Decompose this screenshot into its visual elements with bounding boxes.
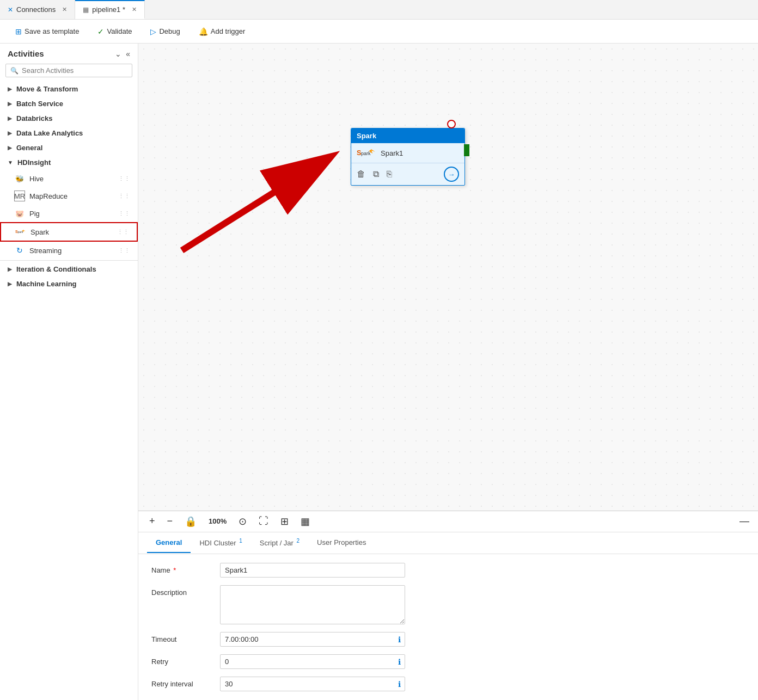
drag-handle[interactable]: ⋮⋮ bbox=[118, 175, 130, 182]
spark-node-title: Spark bbox=[357, 132, 376, 140]
drag-handle[interactable]: ⋮⋮ bbox=[118, 210, 130, 217]
activity-hive-label: Hive bbox=[29, 175, 44, 183]
arrow-icon: ▶ bbox=[8, 266, 12, 272]
hive-icon: 🐝 bbox=[14, 173, 25, 184]
bottom-panel: + − 🔒 100% ⊙ ⛶ ⊞ ▦ — General HDI Cluster… bbox=[138, 511, 758, 700]
minimize-icon[interactable]: « bbox=[126, 50, 130, 58]
category-label: General bbox=[16, 144, 42, 152]
sidebar-header: Activities ⌄ « bbox=[0, 44, 138, 62]
tab-pipeline1-close[interactable]: ✕ bbox=[132, 6, 137, 13]
debug-button[interactable]: ▷ Debug bbox=[146, 25, 184, 38]
node-delete-btn[interactable]: 🗑 bbox=[357, 169, 365, 179]
svg-text:S: S bbox=[15, 230, 18, 234]
timeout-info-icon[interactable]: ℹ bbox=[398, 635, 401, 644]
sidebar-icons: ⌄ « bbox=[115, 50, 130, 58]
collapse-icon[interactable]: ⌄ bbox=[115, 50, 121, 58]
node-clone-btn[interactable]: ⧉ bbox=[373, 169, 379, 179]
required-indicator: * bbox=[173, 566, 176, 574]
tab-user-properties[interactable]: User Properties bbox=[308, 533, 375, 553]
tab-pipeline1[interactable]: ▦ pipeline1 * ✕ bbox=[75, 0, 145, 19]
sidebar-item-databricks[interactable]: ▶ Databricks bbox=[0, 111, 138, 126]
sidebar-item-move-transform[interactable]: ▶ Move & Transform bbox=[0, 82, 138, 96]
activity-mapreduce[interactable]: MR MapReduce ⋮⋮ bbox=[0, 187, 138, 205]
zoom-100-btn[interactable]: 100% bbox=[206, 516, 229, 526]
category-label: Databricks bbox=[16, 114, 52, 122]
add-trigger-button[interactable]: 🔔 Add trigger bbox=[194, 25, 250, 38]
timeout-input-wrap: ℹ bbox=[220, 632, 405, 647]
activity-hive[interactable]: 🐝 Hive ⋮⋮ bbox=[0, 170, 138, 187]
connections-icon: ✕ bbox=[8, 6, 13, 14]
retry-interval-input[interactable] bbox=[220, 677, 405, 691]
category-label: Machine Learning bbox=[16, 280, 77, 288]
description-row: Description bbox=[151, 585, 745, 624]
tab-hdi-cluster[interactable]: HDI Cluster 1 bbox=[191, 532, 250, 554]
tab-pipeline1-label: pipeline1 * bbox=[92, 5, 125, 14]
tab-connections[interactable]: ✕ Connections ✕ bbox=[0, 0, 75, 19]
drag-handle[interactable]: ⋮⋮ bbox=[117, 229, 129, 236]
tab-script-jar[interactable]: Script / Jar 2 bbox=[251, 532, 308, 554]
sidebar-item-machine-learning[interactable]: ▶ Machine Learning bbox=[0, 277, 138, 291]
timeout-row: Timeout ℹ bbox=[151, 632, 745, 647]
timeout-label: Timeout bbox=[151, 632, 211, 643]
collapse-panel-btn[interactable]: — bbox=[739, 515, 749, 527]
lock-btn[interactable]: 🔒 bbox=[182, 514, 199, 529]
activity-pig[interactable]: 🐷 Pig ⋮⋮ bbox=[0, 205, 138, 222]
sidebar-item-data-lake-analytics[interactable]: ▶ Data Lake Analytics bbox=[0, 126, 138, 140]
activity-mapreduce-label: MapReduce bbox=[29, 192, 68, 200]
tab-general[interactable]: General bbox=[147, 533, 191, 553]
tab-connections-close[interactable]: ✕ bbox=[62, 6, 67, 13]
retry-row: Retry ℹ bbox=[151, 654, 745, 669]
spark-icon: S park bbox=[15, 226, 26, 237]
properties-tabs: General HDI Cluster 1 Script / Jar 2 Use… bbox=[138, 532, 758, 554]
zoom-in-btn[interactable]: + bbox=[147, 514, 157, 528]
spark-node-footer[interactable]: 🗑 ⧉ ⎘ → bbox=[351, 163, 464, 185]
arrow-icon: ▶ bbox=[8, 281, 12, 287]
svg-text:S: S bbox=[357, 149, 361, 157]
timeout-input[interactable] bbox=[220, 632, 405, 647]
retry-info-icon[interactable]: ℹ bbox=[398, 658, 401, 666]
activity-spark[interactable]: S park Spark ⋮⋮ bbox=[0, 222, 138, 242]
search-box[interactable]: 🔍 bbox=[5, 64, 132, 77]
node-copy-btn[interactable]: ⎘ bbox=[387, 169, 392, 179]
category-label: HDInsight bbox=[17, 158, 51, 167]
save-as-template-button[interactable]: ⊞ Save as template bbox=[11, 25, 83, 38]
name-label: Name * bbox=[151, 563, 211, 574]
validate-button[interactable]: ✓ Validate bbox=[93, 25, 136, 38]
arrow-icon: ▶ bbox=[8, 86, 12, 92]
arrow-icon: ▶ bbox=[8, 101, 12, 107]
sidebar-item-iteration-conditionals[interactable]: ▶ Iteration & Conditionals bbox=[0, 262, 138, 277]
category-label: Move & Transform bbox=[16, 85, 78, 93]
category-label: Iteration & Conditionals bbox=[16, 265, 96, 273]
search-icon: 🔍 bbox=[10, 67, 19, 75]
tab-user-properties-label: User Properties bbox=[317, 538, 366, 547]
main-layout: Activities ⌄ « 🔍 ▶ Move & Transform ▶ Ba… bbox=[0, 44, 758, 700]
drag-handle[interactable]: ⋮⋮ bbox=[118, 193, 130, 200]
layout-btn[interactable]: ⊞ bbox=[278, 514, 291, 529]
minimap-btn[interactable]: ▦ bbox=[298, 514, 312, 529]
retry-input-wrap: ℹ bbox=[220, 654, 405, 669]
sidebar-item-batch-service[interactable]: ▶ Batch Service bbox=[0, 96, 138, 111]
fit-btn[interactable]: ⊙ bbox=[236, 514, 249, 529]
properties-form: Name * Description Timeout bbox=[138, 554, 758, 700]
expand-btn[interactable]: ⛶ bbox=[256, 514, 271, 528]
sidebar: Activities ⌄ « 🔍 ▶ Move & Transform ▶ Ba… bbox=[0, 44, 138, 700]
arrow-icon: ▶ bbox=[8, 145, 12, 151]
sidebar-item-hdinsight[interactable]: ▼ HDInsight bbox=[0, 155, 138, 170]
retry-input[interactable] bbox=[220, 654, 405, 669]
tab-general-label: General bbox=[156, 538, 182, 547]
retry-interval-info-icon[interactable]: ℹ bbox=[398, 680, 401, 689]
activity-streaming[interactable]: ↻ Streaming ⋮⋮ bbox=[0, 242, 138, 259]
description-input[interactable] bbox=[220, 585, 405, 624]
pipeline-canvas[interactable]: Spark S park Spark1 🗑 ⧉ ⎘ → bbox=[138, 44, 758, 511]
search-input[interactable] bbox=[22, 66, 127, 75]
node-connect-btn[interactable]: → bbox=[444, 167, 459, 182]
spark-node[interactable]: Spark S park Spark1 🗑 ⧉ ⎘ → bbox=[351, 128, 465, 186]
add-trigger-label: Add trigger bbox=[211, 27, 246, 35]
drag-handle[interactable]: ⋮⋮ bbox=[118, 247, 130, 254]
name-input[interactable] bbox=[220, 563, 405, 578]
retry-interval-row: Retry interval ℹ bbox=[151, 677, 745, 691]
validate-icon: ✓ bbox=[97, 27, 104, 36]
sidebar-item-general[interactable]: ▶ General bbox=[0, 140, 138, 155]
zoom-out-btn[interactable]: − bbox=[165, 514, 175, 528]
category-label: Data Lake Analytics bbox=[16, 129, 83, 137]
